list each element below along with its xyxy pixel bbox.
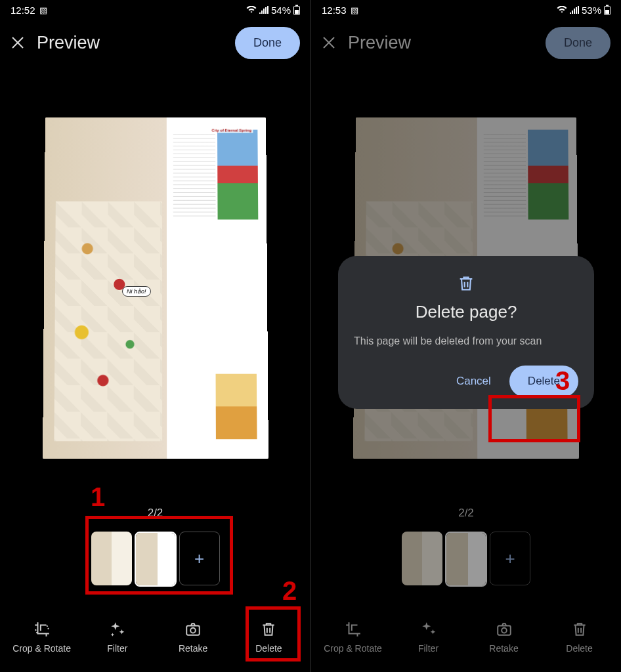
retake-label: Retake bbox=[489, 643, 518, 654]
dialog-cancel-button[interactable]: Cancel bbox=[446, 367, 502, 396]
trash-icon bbox=[457, 274, 475, 293]
retake-label: Retake bbox=[179, 643, 207, 654]
phone-right: 12:53 ▧ 53% Preview Done bbox=[310, 0, 621, 672]
page-counter: 2/2 bbox=[0, 500, 310, 532]
thumbnail-strip: + bbox=[311, 532, 621, 610]
screenshot-icon: ▧ bbox=[351, 5, 358, 15]
status-time: 12:53 bbox=[322, 5, 347, 16]
status-battery: 53% bbox=[582, 5, 601, 16]
filter-button[interactable]: Filter bbox=[81, 621, 154, 654]
page-counter: 2/2 bbox=[311, 500, 621, 532]
delete-label: Delete bbox=[566, 643, 592, 654]
svg-rect-8 bbox=[498, 625, 511, 635]
dialog-delete-button[interactable]: Delete bbox=[509, 366, 578, 397]
scan-preview-image[interactable]: City of Eternal Spring Ni hǎo! bbox=[43, 117, 268, 459]
delete-button: Delete bbox=[544, 621, 616, 654]
status-bar: 12:52 ▧ 54% bbox=[0, 0, 310, 20]
bottom-toolbar: Crop & Rotate Filter Retake Delete bbox=[0, 610, 310, 672]
dialog-body: This page will be deleted from your scan bbox=[354, 334, 578, 348]
crop-rotate-button: Crop & Rotate bbox=[317, 621, 389, 654]
filter-icon bbox=[420, 621, 437, 638]
trash-icon bbox=[571, 621, 588, 638]
speech-bubble: Ni hǎo! bbox=[121, 286, 150, 297]
thumbnail-1 bbox=[402, 532, 442, 585]
close-button[interactable] bbox=[322, 35, 336, 50]
done-button[interactable]: Done bbox=[546, 27, 610, 59]
wifi-icon bbox=[246, 6, 257, 14]
svg-rect-1 bbox=[295, 5, 298, 7]
crop-rotate-label: Crop & Rotate bbox=[12, 643, 71, 654]
bottom-toolbar: Crop & Rotate Filter Retake Delete bbox=[311, 610, 621, 672]
add-page-button: + bbox=[490, 532, 530, 585]
delete-dialog: Delete page? This page will be deleted f… bbox=[338, 256, 594, 409]
status-bar: 12:53 ▧ 53% bbox=[311, 0, 621, 20]
delete-button[interactable]: Delete bbox=[232, 621, 305, 654]
crop-rotate-label: Crop & Rotate bbox=[324, 643, 382, 654]
crop-rotate-icon bbox=[345, 621, 362, 638]
camera-icon bbox=[184, 621, 202, 638]
close-button[interactable] bbox=[11, 35, 25, 50]
done-button[interactable]: Done bbox=[235, 27, 300, 59]
signal-icon bbox=[259, 6, 268, 14]
retake-button[interactable]: Retake bbox=[157, 621, 229, 654]
thumbnail-2[interactable] bbox=[135, 532, 177, 587]
crop-rotate-icon bbox=[33, 621, 51, 638]
svg-rect-3 bbox=[186, 625, 200, 635]
page-title: Preview bbox=[37, 33, 100, 53]
svg-point-4 bbox=[190, 627, 196, 633]
thumbnail-strip: + bbox=[0, 532, 310, 610]
status-time: 12:52 bbox=[11, 5, 35, 16]
svg-point-9 bbox=[502, 627, 507, 633]
filter-icon bbox=[109, 621, 126, 638]
preview-header: Preview Done bbox=[0, 20, 310, 66]
filter-button: Filter bbox=[393, 621, 465, 654]
preview-header: Preview Done bbox=[311, 20, 621, 66]
thumbnail-1[interactable] bbox=[91, 532, 132, 585]
svg-rect-2 bbox=[295, 10, 299, 14]
phone-left: 12:52 ▧ 54% Preview Done bbox=[0, 0, 310, 672]
filter-label: Filter bbox=[418, 643, 439, 654]
battery-icon bbox=[293, 5, 300, 15]
svg-rect-6 bbox=[606, 5, 609, 7]
status-battery: 54% bbox=[271, 5, 291, 16]
camera-icon bbox=[496, 621, 513, 638]
trash-icon bbox=[260, 621, 277, 638]
book-badge: City of Eternal Spring bbox=[210, 127, 253, 133]
dialog-title: Delete page? bbox=[354, 302, 578, 322]
delete-label: Delete bbox=[255, 643, 282, 654]
page-title: Preview bbox=[348, 33, 411, 53]
wifi-icon bbox=[557, 6, 567, 14]
screenshot-icon: ▧ bbox=[39, 5, 47, 15]
signal-icon bbox=[570, 6, 579, 14]
battery-icon bbox=[604, 5, 610, 15]
retake-button: Retake bbox=[468, 621, 540, 654]
thumbnail-2 bbox=[445, 532, 487, 587]
filter-label: Filter bbox=[107, 643, 127, 654]
svg-rect-7 bbox=[605, 10, 609, 14]
crop-rotate-button[interactable]: Crop & Rotate bbox=[6, 621, 78, 654]
add-page-button[interactable]: + bbox=[179, 532, 220, 585]
main-image-area: City of Eternal Spring Ni hǎo! bbox=[0, 66, 310, 500]
